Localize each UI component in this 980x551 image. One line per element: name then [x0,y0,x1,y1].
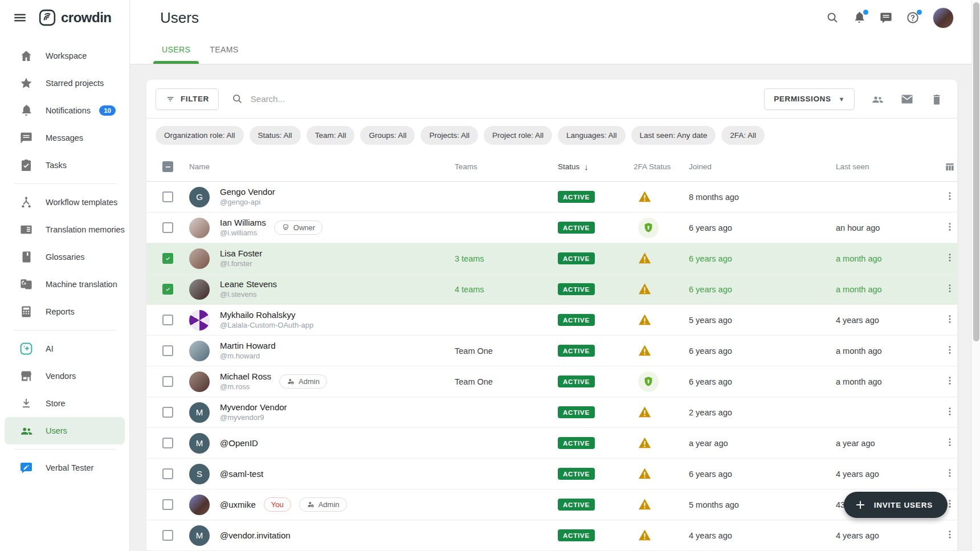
column-settings-icon[interactable] [944,161,956,173]
column-header-last-seen[interactable]: Last seen [836,162,944,171]
filter-chip[interactable]: Projects: All [420,126,478,145]
search-icon[interactable] [826,11,839,25]
sidebar-item-store[interactable]: Store [5,390,125,417]
filter-chip[interactable]: 2FA: All [721,126,765,145]
user-name-block[interactable]: Martin Howard@m.howard [220,341,276,361]
sidebar-item-messages[interactable]: Messages [5,124,125,152]
filter-chip[interactable]: Groups: All [360,126,415,145]
sidebar-item-workflow-templates[interactable]: Workflow templates [5,189,125,216]
table-row: MMyvendor Vendor@myvendor9ACTIVE2 years … [146,397,957,428]
row-checkbox[interactable] [162,376,173,387]
teams-cell[interactable]: Team One [455,346,558,356]
user-name[interactable]: @saml-test [220,469,263,479]
sidebar-divider [14,183,116,184]
filter-chip[interactable]: Status: All [250,126,301,145]
sidebar-item-reports[interactable]: Reports [5,298,125,325]
sidebar-item-verbal-tester[interactable]: Verbal Tester [5,454,125,481]
row-checkbox[interactable] [162,499,173,510]
user-name-block[interactable]: Leane Stevens@l.stevens [220,279,277,299]
row-menu-icon[interactable] [944,195,956,205]
row-menu-icon[interactable] [944,441,956,451]
user-avatar[interactable] [933,7,954,28]
user-name-block[interactable]: Ian Williams@i.williams [220,218,266,238]
row-checkbox[interactable] [162,315,173,325]
row-checkbox[interactable] [162,345,173,356]
joined-cell: 6 years ago [689,377,836,386]
filter-chip[interactable]: Last seen: Any date [631,126,716,145]
user-name[interactable]: @vendor.invitation [220,530,291,540]
sidebar-item-starred-projects[interactable]: Starred projects [5,70,125,97]
search-input[interactable] [251,94,490,104]
column-header-name[interactable]: Name [183,162,455,171]
invite-users-button[interactable]: INVITE USERS [844,492,948,518]
user-name[interactable]: @uxmike [220,500,256,509]
store-icon [19,397,33,410]
tab-teams[interactable]: TEAMS [200,35,248,64]
hamburger-menu-icon[interactable] [13,10,27,25]
user-name-block[interactable]: Myvendor Vendor@myvendor9 [220,402,287,422]
filter-chip[interactable]: Team: All [307,126,355,145]
teams-cell[interactable]: Team One [455,377,558,386]
sidebar-item-glossaries[interactable]: Glossaries [5,243,125,271]
delete-icon[interactable] [930,92,944,106]
crowdin-logo[interactable]: crowdin [39,9,112,26]
column-header-teams[interactable]: Teams [455,162,558,171]
sidebar-item-workspace[interactable]: Workspace [5,42,125,70]
sidebar-item-ai[interactable]: AI [5,335,125,362]
permissions-dropdown[interactable]: PERMISSIONS ▼ [764,88,855,110]
manage-teams-icon[interactable] [871,92,884,106]
user-name-block[interactable]: Mykhailo Rohalskyy@Lalala-Custom-OAuth-a… [220,310,313,330]
table-row: Ian Williams@i.williamsOwnerACTIVE6 year… [146,213,957,243]
user-name[interactable]: @OpenID [220,438,258,448]
filter-button[interactable]: FILTER [156,88,219,110]
row-checkbox[interactable] [162,438,173,448]
2fa-warning-icon [638,313,651,326]
sidebar-item-vendors[interactable]: Vendors [5,362,125,390]
sidebar-item-tasks[interactable]: Tasks [5,152,125,179]
2fa-warning-icon [638,283,651,296]
column-header-joined[interactable]: Joined [689,162,836,171]
filter-chip[interactable]: Project role: All [484,126,552,145]
row-menu-icon[interactable] [944,226,956,235]
row-menu-icon[interactable] [944,472,956,481]
2fa-warning-icon [638,529,651,542]
sidebar-item-users[interactable]: Users [5,417,125,444]
row-checkbox[interactable] [162,191,173,202]
row-menu-icon[interactable] [944,256,956,266]
row-checkbox[interactable] [162,284,173,295]
row-checkbox[interactable] [162,222,173,233]
filter-chip[interactable]: Organization role: All [156,126,244,145]
table-row: Lisa Foster@l.forster3 teamsACTIVE6 year… [146,243,957,274]
sidebar-item-notifications[interactable]: Notifications10 [5,97,125,124]
row-menu-icon[interactable] [944,287,956,297]
sidebar-item-translation-memories[interactable]: Translation memories [5,216,125,243]
row-menu-icon[interactable] [944,349,956,358]
messages-icon[interactable] [879,11,893,25]
notifications-icon[interactable] [852,11,866,25]
select-all-checkbox[interactable] [162,161,173,172]
row-menu-icon[interactable] [944,318,956,328]
row-menu-icon[interactable] [944,533,956,543]
tab-users[interactable]: USERS [152,35,200,64]
user-name-block[interactable]: Michael Ross@m.ross [220,372,271,391]
row-checkbox[interactable] [162,407,173,418]
scrollbar-track[interactable] [971,0,980,551]
notifications-count-badge: 10 [99,105,116,116]
column-header-2fa[interactable]: 2FA Status [634,162,689,171]
email-icon[interactable] [900,92,914,106]
help-icon[interactable] [906,11,920,25]
user-name-block[interactable]: Lisa Foster@l.forster [220,248,262,268]
column-header-status[interactable]: Status ↓ [558,162,634,172]
user-name-block[interactable]: Gengo Vendor@gengo-api [220,187,275,207]
scrollbar-thumb[interactable] [973,2,979,341]
app-root: crowdin WorkspaceStarred projectsNotific… [0,0,980,551]
teams-cell[interactable]: 3 teams [455,254,558,263]
row-menu-icon[interactable] [944,410,956,420]
teams-cell[interactable]: 4 teams [455,285,558,294]
row-checkbox[interactable] [162,530,173,541]
row-checkbox[interactable] [162,468,173,479]
sidebar-item-machine-translation[interactable]: Machine translation [5,271,125,298]
row-menu-icon[interactable] [944,379,956,389]
row-checkbox[interactable] [162,253,173,264]
filter-chip[interactable]: Languages: All [558,126,626,145]
